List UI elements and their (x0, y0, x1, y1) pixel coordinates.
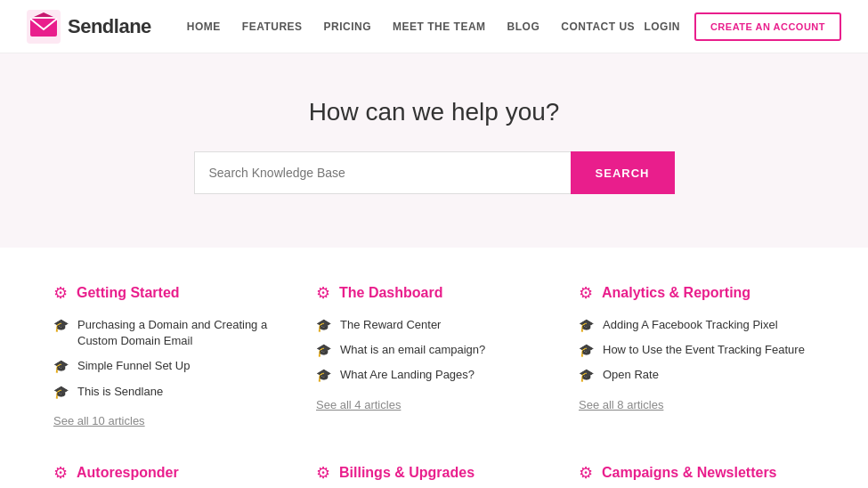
category-analytics-reporting: ⚙Analytics & Reporting🎓Adding A Facebook… (579, 283, 815, 427)
graduation-cap-icon: 🎓 (316, 343, 331, 357)
article-title[interactable]: Adding A Facebook Tracking Pixel (603, 317, 778, 333)
article-item: 🎓Open Rate (579, 367, 815, 383)
create-account-button[interactable]: CREATE AN ACCOUNT (694, 12, 841, 41)
logo-icon (27, 10, 61, 44)
nav-features[interactable]: FEATURES (242, 20, 303, 33)
graduation-cap-icon: 🎓 (579, 368, 594, 382)
login-link[interactable]: LOGIN (644, 20, 680, 33)
logo-text: Sendlane (68, 15, 151, 38)
article-title[interactable]: Simple Funnel Set Up (77, 358, 190, 374)
graduation-cap-icon: 🎓 (53, 385, 69, 399)
nav-contact-us[interactable]: CONTACT US (561, 20, 635, 33)
article-title[interactable]: Purchasing a Domain and Creating a Custo… (77, 317, 289, 349)
category-title[interactable]: The Dashboard (339, 285, 442, 301)
article-title[interactable]: This is Sendlane (77, 384, 163, 400)
article-item: 🎓Simple Funnel Set Up (53, 358, 289, 374)
article-item: 🎓Purchasing a Domain and Creating a Cust… (53, 317, 289, 349)
gear-icon: ⚙ (579, 463, 593, 483)
article-title[interactable]: What Are Landing Pages? (340, 367, 475, 383)
hero-title: How can we help you? (18, 98, 850, 126)
nav-pricing[interactable]: PRICING (324, 20, 372, 33)
article-title[interactable]: Open Rate (603, 367, 659, 383)
category-title[interactable]: Billings & Upgrades (339, 465, 475, 481)
category-header-analytics-reporting: ⚙Analytics & Reporting (579, 283, 815, 303)
logo[interactable]: Sendlane (27, 10, 151, 44)
gear-icon: ⚙ (316, 283, 330, 303)
article-item: 🎓What is an email campaign? (316, 342, 552, 358)
gear-icon: ⚙ (53, 463, 68, 483)
nav-blog[interactable]: BLOG (507, 20, 540, 33)
see-all-link[interactable]: See all 4 articles (316, 398, 552, 411)
category-header-getting-started: ⚙Getting Started (53, 283, 289, 303)
category-title[interactable]: Analytics & Reporting (602, 285, 750, 301)
category-header-billings-upgrades: ⚙Billings & Upgrades (316, 463, 552, 483)
article-item: 🎓Adding A Facebook Tracking Pixel (579, 317, 815, 333)
category-campaigns-newsletters: ⚙Campaigns & Newsletters🎓How may I view … (579, 463, 815, 488)
category-header-campaigns-newsletters: ⚙Campaigns & Newsletters (579, 463, 815, 483)
gear-icon: ⚙ (316, 463, 330, 483)
hero-section: How can we help you? SEARCH (0, 53, 868, 248)
nav-meet-the-team[interactable]: MEET THE TEAM (393, 20, 486, 33)
category-billings-upgrades: ⚙Billings & Upgrades🎓How to Upgrade or D… (316, 463, 552, 488)
article-title[interactable]: How to Use the Event Tracking Feature (603, 342, 805, 358)
search-button[interactable]: SEARCH (571, 151, 675, 194)
see-all-link[interactable]: See all 10 articles (53, 414, 289, 427)
article-title[interactable]: What is an email campaign? (340, 342, 485, 358)
graduation-cap-icon: 🎓 (316, 318, 331, 332)
categories-grid: ⚙Getting Started🎓Purchasing a Domain and… (53, 283, 815, 488)
graduation-cap-icon: 🎓 (579, 318, 594, 332)
gear-icon: ⚙ (53, 283, 68, 303)
nav-links: HOME FEATURES PRICING MEET THE TEAM BLOG… (187, 20, 645, 33)
search-input[interactable] (194, 151, 571, 194)
article-item: 🎓This is Sendlane (53, 384, 289, 400)
article-item: 🎓How to Use the Event Tracking Feature (579, 342, 815, 358)
category-getting-started: ⚙Getting Started🎓Purchasing a Domain and… (53, 283, 289, 427)
see-all-link[interactable]: See all 8 articles (579, 398, 815, 411)
nav-home[interactable]: HOME (187, 20, 221, 33)
navbar: Sendlane HOME FEATURES PRICING MEET THE … (0, 0, 868, 53)
category-title[interactable]: Autoresponder (77, 465, 179, 481)
category-title[interactable]: Campaigns & Newsletters (602, 465, 777, 481)
graduation-cap-icon: 🎓 (53, 318, 69, 332)
category-the-dashboard: ⚙The Dashboard🎓The Reward Center🎓What is… (316, 283, 552, 427)
article-item: 🎓The Reward Center (316, 317, 552, 333)
search-bar: SEARCH (194, 151, 675, 194)
gear-icon: ⚙ (579, 283, 593, 303)
graduation-cap-icon: 🎓 (53, 359, 69, 373)
category-header-the-dashboard: ⚙The Dashboard (316, 283, 552, 303)
nav-right: LOGIN CREATE AN ACCOUNT (644, 12, 841, 41)
category-header-autoresponder: ⚙Autoresponder (53, 463, 289, 483)
graduation-cap-icon: 🎓 (579, 343, 594, 357)
graduation-cap-icon: 🎓 (316, 368, 331, 382)
main-content: ⚙Getting Started🎓Purchasing a Domain and… (0, 248, 868, 488)
category-autoresponder: ⚙Autoresponder🎓How Do I Edit an Autoresp… (53, 463, 289, 488)
category-title[interactable]: Getting Started (77, 285, 180, 301)
article-item: 🎓What Are Landing Pages? (316, 367, 552, 383)
article-title[interactable]: The Reward Center (340, 317, 441, 333)
